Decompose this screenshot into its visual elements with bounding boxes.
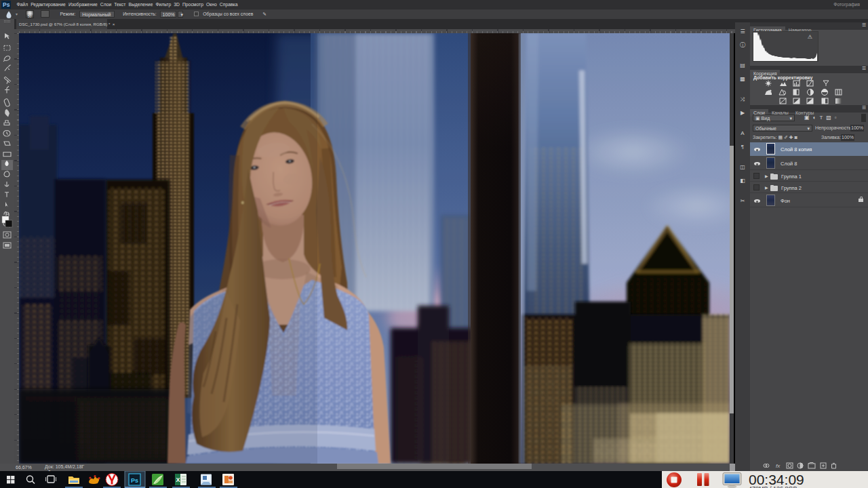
svg-text:Ps: Ps [131, 477, 138, 484]
svg-text:fx: fx [776, 463, 781, 469]
svg-text:478MB / 126.8GB: 478MB / 126.8GB [749, 485, 797, 488]
svg-text:X: X [176, 476, 180, 483]
